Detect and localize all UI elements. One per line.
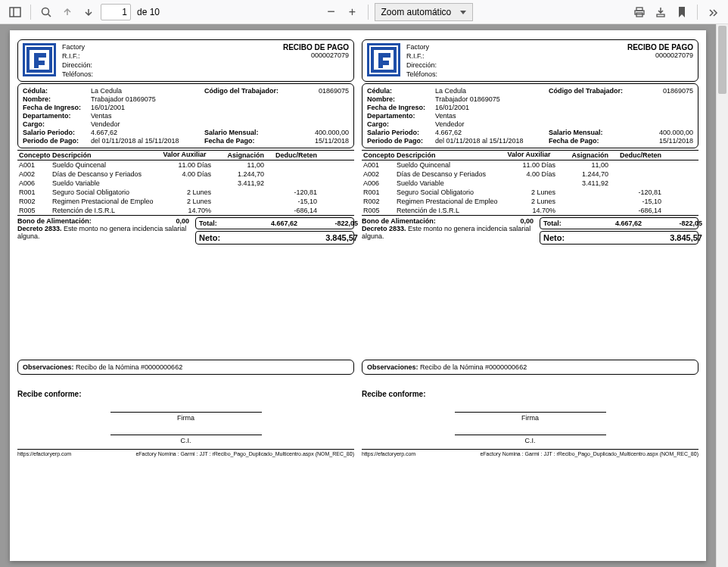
zoom-select[interactable]: Zoom automático: [375, 3, 473, 21]
cell-descripcion: Días de Descanso y Feriados: [397, 170, 502, 178]
cell-valor-aux: 4.00 Días: [158, 170, 211, 178]
total-asig: 4.667,62: [581, 220, 642, 227]
table-row: A006Sueldo Variable3.411,92: [362, 179, 698, 188]
cell-concepto: A006: [363, 179, 397, 187]
dep-value: Ventas: [435, 112, 549, 120]
dep-label: Departamento:: [23, 112, 91, 120]
cell-deduc: [264, 179, 317, 187]
pdf-viewport[interactable]: Factory R.I.F.: Dirección: Teléfonos: RE…: [0, 24, 716, 567]
cell-deduc: -15,10: [608, 198, 661, 205]
codtrab-label: Código del Trabajador:: [204, 87, 280, 95]
pdf-toolbar: de 10 − + Zoom automático: [0, 0, 728, 24]
receipt-number: 0000027079: [283, 51, 349, 59]
cell-valor-aux: 11.00 Días: [158, 161, 211, 169]
neto-value: 3.845,57: [297, 233, 358, 242]
salper-label: Salario Periodo:: [23, 129, 91, 136]
bookmark-icon[interactable]: [673, 3, 691, 21]
perpag-value: del 01/11/2018 al 15/11/2018: [435, 137, 549, 145]
cell-asignacion: [211, 207, 264, 214]
direccion-label: Dirección:: [406, 61, 621, 69]
col-asignacion: Asignación: [555, 151, 608, 159]
observaciones-box: Observaciones: Recibo de la Nómina #0000…: [362, 360, 698, 375]
col-valor-auxiliar: Valor Auxiliar: [158, 151, 211, 159]
fpago-value: 15/11/2018: [624, 137, 693, 145]
table-row: R002Regimen Prestacional de Empleo2 Lune…: [17, 197, 354, 206]
cell-deduc: [264, 161, 317, 169]
svg-point-2: [42, 8, 49, 14]
scrollbar-thumb[interactable]: [718, 26, 726, 94]
bono-label: Bono de Alimentación:: [17, 217, 92, 225]
cell-deduc: -120,81: [608, 188, 661, 196]
recibe-conforme-label: Recibe conforme:: [17, 390, 354, 398]
page-number-input[interactable]: [101, 4, 131, 20]
col-deduc: Deduc/Reten: [608, 151, 661, 159]
table-row: A006Sueldo Variable3.411,92: [17, 179, 354, 188]
perpag-label: Periodo de Pago:: [367, 137, 435, 145]
company-logo-icon: [367, 43, 400, 76]
cell-descripcion: Retención de I.S.R.L: [397, 207, 502, 214]
cargo-label: Cargo:: [23, 120, 91, 128]
cell-descripcion: Sueldo Variable: [397, 179, 502, 187]
nombre-label: Nombre:: [367, 95, 435, 103]
more-tools-icon[interactable]: [704, 3, 722, 21]
recibe-conforme-label: Recibe conforme:: [362, 390, 698, 398]
cell-asignacion: 11,00: [211, 161, 264, 169]
bono-note1: Decreto 2833.: [17, 225, 62, 232]
obs-value: Recibo de la Nómina #0000000662: [418, 363, 527, 371]
svg-rect-9: [372, 48, 395, 71]
cargo-value: Vendedor: [435, 120, 549, 128]
fpago-label: Fecha de Pago:: [549, 137, 624, 145]
prev-page-icon[interactable]: [58, 3, 76, 21]
download-icon[interactable]: [652, 3, 670, 21]
neto-value: 3.845,57: [642, 233, 702, 242]
col-descripcion: Descripción: [52, 151, 158, 159]
cell-valor-aux: [502, 179, 555, 187]
cell-valor-aux: 2 Lunes: [502, 188, 555, 196]
dep-value: Ventas: [91, 112, 204, 120]
neto-line: Neto: 3.845,57: [195, 231, 354, 245]
col-descripcion: Descripción: [397, 151, 502, 159]
cedula-value: La Cedula: [435, 87, 549, 95]
fpago-value: 15/11/2018: [280, 137, 349, 145]
bono-section: Bono de Alimentación: 0,00 Decreto 2833.…: [362, 217, 534, 246]
pdf-page: Factory R.I.F.: Dirección: Teléfonos: RE…: [10, 30, 706, 561]
sidebar-toggle-icon[interactable]: [6, 3, 24, 21]
svg-line-3: [48, 14, 51, 17]
cell-concepto: A002: [363, 170, 397, 178]
toolbar-separator: [368, 5, 369, 20]
cargo-label: Cargo:: [367, 120, 435, 128]
cell-deduc: [608, 170, 661, 178]
receipt-title: RECIBO DE PAGO: [627, 43, 693, 51]
find-icon[interactable]: [37, 3, 55, 21]
receipt-header: Factory R.I.F.: Dirección: Teléfonos: RE…: [362, 39, 698, 82]
cell-deduc: -120,81: [264, 188, 317, 196]
cell-deduc: [608, 179, 661, 187]
cell-asignacion: 1.244,70: [211, 170, 264, 178]
table-row: R001Seguro Social Obligatorio2 Lunes-120…: [17, 188, 354, 197]
observaciones-box: Observaciones: Recibo de la Nómina #0000…: [17, 360, 354, 375]
table-row: A002Días de Descanso y Feriados4.00 Días…: [17, 170, 354, 179]
salmen-value: 400.000,00: [280, 129, 349, 136]
salmen-value: 400.000,00: [624, 129, 693, 136]
next-page-icon[interactable]: [79, 3, 98, 21]
rif-label: R.I.F.:: [406, 52, 621, 60]
company-name: Factory: [62, 43, 277, 51]
cell-concepto: R002: [19, 198, 52, 205]
cedula-label: Cédula:: [23, 87, 91, 95]
cedula-label: Cédula:: [367, 87, 435, 95]
salmen-label: Salario Mensual:: [204, 129, 280, 136]
zoom-in-icon[interactable]: +: [344, 3, 362, 21]
obs-label: Observaciones:: [367, 363, 418, 371]
bono-section: Bono de Alimentación: 0,00 Decreto 2833.…: [17, 217, 189, 246]
concepts-table: Concepto Descripción Valor Auxiliar Asig…: [362, 150, 698, 216]
cell-asignacion: [555, 198, 608, 205]
table-row: R005Retención de I.S.R.L14.70%-686,14: [362, 206, 698, 215]
cell-valor-aux: 14.70%: [158, 207, 211, 214]
print-icon[interactable]: [630, 3, 649, 21]
cell-asignacion: 1.244,70: [555, 170, 608, 178]
zoom-out-icon[interactable]: −: [322, 3, 341, 21]
salper-label: Salario Periodo:: [367, 129, 435, 136]
svg-rect-7: [657, 14, 664, 17]
vertical-scrollbar[interactable]: [716, 24, 728, 567]
fing-value: 16/01/2001: [91, 104, 204, 111]
